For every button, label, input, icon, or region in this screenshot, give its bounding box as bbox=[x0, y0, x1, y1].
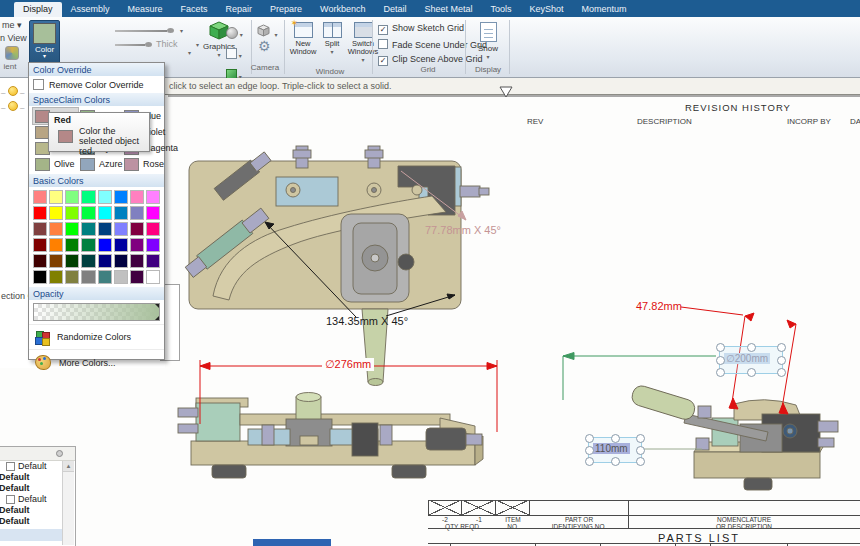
basic-color-swatch[interactable] bbox=[65, 206, 79, 220]
basic-color-swatch[interactable] bbox=[33, 270, 47, 284]
menu-header-opacity: Opacity bbox=[29, 287, 164, 300]
selection-handle[interactable] bbox=[636, 434, 645, 443]
checkbox-icon[interactable] bbox=[33, 79, 44, 90]
basic-color-swatch[interactable] bbox=[146, 206, 160, 220]
annotation-dia200[interactable]: ∅200mm bbox=[719, 346, 783, 374]
layer-row-selected[interactable] bbox=[0, 529, 63, 541]
basic-color-swatch[interactable] bbox=[146, 238, 160, 252]
basic-color-swatch[interactable] bbox=[81, 222, 95, 236]
basic-color-swatch[interactable] bbox=[98, 238, 112, 252]
horizontal-scrollbar-thumb[interactable] bbox=[253, 539, 331, 546]
basic-color-swatch[interactable] bbox=[81, 206, 95, 220]
randomize-colors-icon bbox=[35, 330, 49, 344]
lightbulb-icon[interactable] bbox=[8, 86, 18, 96]
basic-color-swatch[interactable] bbox=[114, 254, 128, 268]
selection-handle[interactable] bbox=[777, 343, 786, 352]
basic-color-swatch[interactable] bbox=[33, 190, 47, 204]
basic-color-swatch[interactable] bbox=[65, 270, 79, 284]
randomize-colors-item[interactable]: Randomize Colors bbox=[29, 324, 164, 349]
checkbox-icon[interactable] bbox=[6, 495, 15, 504]
slider-mark-icon bbox=[155, 316, 159, 320]
basic-color-swatch[interactable] bbox=[49, 270, 63, 284]
selection-handle[interactable] bbox=[747, 368, 756, 377]
basic-color-swatch[interactable] bbox=[114, 222, 128, 236]
selection-handle[interactable] bbox=[716, 368, 725, 377]
selection-handle[interactable] bbox=[716, 343, 725, 352]
selection-handle[interactable] bbox=[585, 434, 594, 443]
layers-scrollbar[interactable]: ▲ bbox=[62, 461, 74, 545]
basic-color-swatch[interactable] bbox=[146, 190, 160, 204]
color-tooltip: Red Color the selected object red. bbox=[48, 112, 150, 152]
basic-color-swatch[interactable] bbox=[98, 270, 112, 284]
tree-row[interactable]: – – bbox=[1, 101, 24, 112]
basic-color-grid bbox=[29, 187, 164, 287]
basic-color-swatch[interactable] bbox=[130, 270, 144, 284]
basic-color-swatch[interactable] bbox=[49, 254, 63, 268]
basic-color-swatch[interactable] bbox=[65, 190, 79, 204]
basic-color-swatch[interactable] bbox=[65, 222, 79, 236]
spaceclaim-color-item[interactable]: Azure bbox=[78, 156, 122, 172]
basic-color-swatch[interactable] bbox=[98, 206, 112, 220]
basic-color-swatch[interactable] bbox=[146, 222, 160, 236]
annotation-110[interactable]: 110mm bbox=[588, 437, 642, 463]
dimension-chamfer-main[interactable]: 134.35mm X 45° bbox=[326, 315, 408, 327]
selection-handle[interactable] bbox=[777, 368, 786, 377]
crossed-cell bbox=[462, 500, 496, 515]
basic-color-swatch[interactable] bbox=[33, 222, 47, 236]
basic-color-swatch[interactable] bbox=[33, 206, 47, 220]
selection-handle[interactable] bbox=[585, 457, 594, 466]
revision-history-title: REVISION HISTORY bbox=[685, 102, 791, 113]
basic-color-swatch[interactable] bbox=[33, 238, 47, 252]
basic-color-swatch[interactable] bbox=[49, 222, 63, 236]
dimension-chamfer-top[interactable]: 77.78mm X 45° bbox=[425, 224, 501, 236]
basic-color-swatch[interactable] bbox=[98, 222, 112, 236]
selection-handle[interactable] bbox=[611, 434, 620, 443]
basic-color-swatch[interactable] bbox=[49, 238, 63, 252]
basic-color-swatch[interactable] bbox=[130, 222, 144, 236]
scroll-up-icon[interactable]: ▲ bbox=[63, 461, 74, 472]
basic-color-swatch[interactable] bbox=[81, 270, 95, 284]
basic-color-swatch[interactable] bbox=[114, 270, 128, 284]
lightbulb-icon[interactable] bbox=[8, 101, 18, 111]
selection-handle[interactable] bbox=[777, 356, 786, 365]
opacity-slider[interactable] bbox=[33, 303, 160, 321]
basic-color-swatch[interactable] bbox=[98, 190, 112, 204]
basic-color-swatch[interactable] bbox=[130, 206, 144, 220]
selection-handle[interactable] bbox=[585, 446, 594, 455]
basic-color-swatch[interactable] bbox=[146, 254, 160, 268]
parts-list-table: -2 -1 QTY REQD ITEMNO. PART ORIDENTIFYIN… bbox=[428, 500, 860, 546]
dimension-width[interactable]: ∅276mm bbox=[322, 358, 374, 371]
tree-row[interactable]: – – bbox=[1, 86, 24, 97]
spaceclaim-color-item[interactable]: Rose bbox=[122, 156, 168, 172]
more-colors-item[interactable]: More Colors... bbox=[29, 349, 164, 375]
basic-color-swatch[interactable] bbox=[130, 254, 144, 268]
menu-header-color-override: Color Override bbox=[29, 63, 164, 76]
basic-color-swatch[interactable] bbox=[65, 254, 79, 268]
basic-color-swatch[interactable] bbox=[81, 190, 95, 204]
basic-color-swatch[interactable] bbox=[81, 254, 95, 268]
selection-handle[interactable] bbox=[747, 343, 756, 352]
selection-handle[interactable] bbox=[611, 457, 620, 466]
color-dropdown-menu: Color Override Remove Color Override Spa… bbox=[28, 62, 165, 360]
tooltip-text: Color the selected object red. bbox=[79, 126, 145, 156]
pin-icon[interactable] bbox=[56, 450, 63, 457]
basic-color-swatch[interactable] bbox=[33, 254, 47, 268]
dimension-offset[interactable]: 47.82mm bbox=[636, 300, 682, 312]
basic-color-swatch[interactable] bbox=[98, 254, 112, 268]
remove-color-override-item[interactable]: Remove Color Override bbox=[29, 76, 164, 93]
basic-color-swatch[interactable] bbox=[130, 190, 144, 204]
selection-handle[interactable] bbox=[636, 457, 645, 466]
basic-color-swatch[interactable] bbox=[49, 190, 63, 204]
selection-handle[interactable] bbox=[636, 446, 645, 455]
basic-color-swatch[interactable] bbox=[146, 270, 160, 284]
spaceclaim-color-item[interactable]: Olive bbox=[33, 156, 78, 172]
checkbox-icon[interactable] bbox=[6, 462, 15, 471]
selection-handle[interactable] bbox=[716, 356, 725, 365]
basic-color-swatch[interactable] bbox=[114, 238, 128, 252]
basic-color-swatch[interactable] bbox=[130, 238, 144, 252]
basic-color-swatch[interactable] bbox=[65, 238, 79, 252]
basic-color-swatch[interactable] bbox=[49, 206, 63, 220]
basic-color-swatch[interactable] bbox=[114, 206, 128, 220]
basic-color-swatch[interactable] bbox=[81, 238, 95, 252]
basic-color-swatch[interactable] bbox=[114, 190, 128, 204]
